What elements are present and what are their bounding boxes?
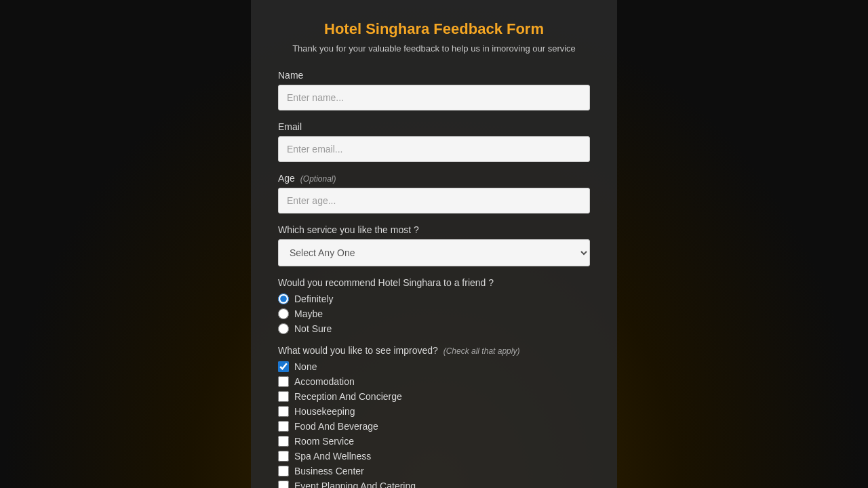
recommend-label: Would you recommend Hotel Singhara to a … — [278, 277, 590, 288]
improve-none[interactable]: None — [278, 361, 590, 372]
improve-reception-checkbox[interactable] — [278, 391, 289, 402]
service-select[interactable]: Select Any One Room Service Food And Bev… — [278, 239, 590, 266]
improve-field-group: What would you like to see improved? (Ch… — [278, 345, 590, 488]
improve-business-label: Business Center — [294, 466, 364, 476]
email-input[interactable] — [278, 136, 590, 162]
improve-housekeeping-checkbox[interactable] — [278, 406, 289, 417]
improve-spa-label: Spa And Wellness — [294, 451, 371, 462]
improve-accomodation-checkbox[interactable] — [278, 376, 289, 387]
improve-room-checkbox[interactable] — [278, 436, 289, 447]
improve-room[interactable]: Room Service — [278, 436, 590, 447]
recommend-maybe-label: Maybe — [294, 308, 323, 319]
improve-note: (Check all that apply) — [443, 346, 520, 356]
form-subtitle: Thank you for your valuable feedback to … — [278, 43, 590, 54]
recommend-not-sure[interactable]: Not Sure — [278, 323, 590, 334]
improve-none-label: None — [294, 361, 317, 372]
improve-food-checkbox[interactable] — [278, 421, 289, 432]
improve-spa-checkbox[interactable] — [278, 451, 289, 462]
recommend-not-sure-radio[interactable] — [278, 323, 289, 334]
improve-accomodation[interactable]: Accomodation — [278, 376, 590, 387]
improve-label: What would you like to see improved? (Ch… — [278, 345, 590, 356]
name-input[interactable] — [278, 85, 590, 110]
improve-accomodation-label: Accomodation — [294, 376, 355, 387]
improve-event[interactable]: Event Planning And Catering — [278, 481, 590, 488]
name-label: Name — [278, 70, 590, 81]
recommend-radio-group: Definitely Maybe Not Sure — [278, 293, 590, 334]
recommend-definitely-label: Definitely — [294, 293, 334, 304]
form-title: Hotel Singhara Feedback Form — [278, 20, 590, 38]
improve-food-label: Food And Beverage — [294, 421, 378, 432]
recommend-field-group: Would you recommend Hotel Singhara to a … — [278, 277, 590, 334]
improve-business-checkbox[interactable] — [278, 466, 289, 476]
improve-food[interactable]: Food And Beverage — [278, 421, 590, 432]
improve-housekeeping-label: Housekeeping — [294, 406, 355, 417]
improve-reception[interactable]: Reception And Concierge — [278, 391, 590, 402]
recommend-maybe-radio[interactable] — [278, 308, 289, 319]
service-label: Which service you like the most ? — [278, 224, 590, 235]
improve-none-checkbox[interactable] — [278, 361, 289, 372]
recommend-definitely-radio[interactable] — [278, 293, 289, 304]
improve-event-checkbox[interactable] — [278, 481, 289, 488]
name-field-group: Name — [278, 70, 590, 110]
feedback-form: Hotel Singhara Feedback Form Thank you f… — [251, 0, 617, 488]
recommend-definitely[interactable]: Definitely — [278, 293, 590, 304]
improve-checkbox-group: None Accomodation Reception And Concierg… — [278, 361, 590, 488]
recommend-not-sure-label: Not Sure — [294, 323, 332, 334]
email-label: Email — [278, 121, 590, 132]
improve-business[interactable]: Business Center — [278, 466, 590, 476]
recommend-maybe[interactable]: Maybe — [278, 308, 590, 319]
improve-spa[interactable]: Spa And Wellness — [278, 451, 590, 462]
improve-housekeeping[interactable]: Housekeeping — [278, 406, 590, 417]
service-field-group: Which service you like the most ? Select… — [278, 224, 590, 266]
improve-room-label: Room Service — [294, 436, 354, 447]
improve-event-label: Event Planning And Catering — [294, 481, 416, 488]
age-optional: (Optional) — [300, 174, 336, 184]
age-input[interactable] — [278, 188, 590, 214]
improve-reception-label: Reception And Concierge — [294, 391, 402, 402]
email-field-group: Email — [278, 121, 590, 162]
age-label: Age (Optional) — [278, 173, 590, 184]
age-field-group: Age (Optional) — [278, 173, 590, 214]
